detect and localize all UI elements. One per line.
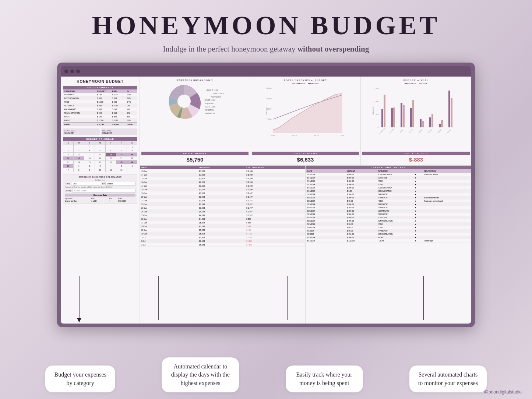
cell-3: 8%: [127, 112, 137, 114]
svg-text:500: 500: [376, 113, 379, 115]
svg-rect-36: [451, 98, 452, 127]
cal-day: 3: [74, 149, 84, 152]
er-val: 0.93 EUR: [118, 200, 135, 202]
cell-2: $ 803: [112, 97, 127, 99]
sym-usd: USD: [91, 197, 109, 200]
to-label: TO: [102, 183, 105, 185]
pie-svg-container: [166, 83, 202, 121]
tracker-header: TRANSACTION TRACKER: [306, 166, 471, 169]
end-date-value: 7/13/2024: [102, 132, 136, 134]
tracker-row: 6/14/2024$ 600.00ACTIVITIES▼: [306, 176, 471, 180]
cal-day: 12: [95, 153, 105, 156]
legend-real-bar: REAL: [419, 82, 427, 84]
col-budget: BUDGET: [97, 90, 112, 92]
tracker-row: 6/20/2024$ 100.00TRANSPORT▼: [306, 193, 471, 196]
budget-row: ACCOMODATION$ 800$ 80312%: [63, 96, 137, 100]
label-3-text: Easily track where your money is being s…: [296, 371, 352, 386]
from-label: FROM: [65, 183, 70, 185]
cell-0: ACTIVITIES: [64, 105, 97, 107]
tracker-row: 6/27/2024$ 500.00ACTIVITIES▼: [306, 216, 471, 219]
cal-day: 9: [84, 168, 95, 172]
cal-day: 11: [84, 153, 95, 156]
laptop-frame: HONEYMOON BUDGET BUDGET SUMMARY CATEGORY…: [57, 63, 475, 327]
cal-day: 27: [106, 160, 116, 164]
bar-chart-svg: 1,500 1,000 500 0: [363, 85, 469, 137]
expense-row: 28-Jun$ 5,793$ -43: [140, 225, 305, 228]
cell-1: $ 800: [97, 97, 112, 99]
cal-day: 10: [95, 168, 105, 172]
cell-2: $ 300: [112, 116, 127, 118]
er-label: Exchange Rate: [65, 200, 91, 202]
exchange-symbols-row: Symbols USD TO EUR: [65, 197, 135, 200]
expense-row: 22-Jun$ 3,693$ 2,057: [140, 202, 305, 206]
budget-row: ACTIVITIES$ 800$ 1,1007%: [63, 104, 137, 107]
cal-day: 7: [116, 149, 127, 152]
pie-label-flight: ↗ FLIGHT 18.1%: [205, 89, 225, 92]
label-2-text: Automated calendar to display the days w…: [171, 363, 230, 386]
svg-rect-30: [422, 121, 424, 127]
right-panel: EXPENSES BREAKDOWN: [140, 77, 471, 324]
cal-day: 12: [116, 168, 127, 172]
tracker-row: 6/14/2024$ 800.00ACCOMODATION▼Hotel room…: [306, 173, 471, 176]
cell-2: $ 1,100: [112, 105, 127, 107]
currency-section: CURRENCY EXCHANGE CALCULATOR Set Currenc…: [63, 174, 137, 204]
expense-row: 18-Jun$ 3,175$ 2,490: [140, 188, 305, 191]
subtitle-bold: without overspending: [297, 45, 369, 53]
cell-3: 4%: [127, 108, 137, 110]
cell-1: $ 800: [97, 105, 112, 107]
currency-from-row: FROM USA TO Europe: [65, 182, 135, 186]
total-cell: $ 5,750: [97, 123, 112, 126]
cal-day: [127, 168, 137, 172]
expenses-table-body: 13-Jun$ 1,200$ 4,55014-Jun$ 1,800$ 3,950…: [140, 169, 305, 324]
calendar-grid: SMTWTFS123456789101112131415161718192021…: [63, 141, 137, 172]
cal-day: 3: [95, 164, 105, 168]
tr-col-category: CATEGORY: [378, 170, 415, 172]
cal-day-header: F: [116, 141, 127, 145]
tracker-row: 6/26/2024$ 500.00TRANSPORT▼: [306, 213, 471, 216]
total-expenses-box: TOTAL EXPENSES $6,633: [250, 150, 361, 165]
exchange-rate-header: Exchange Rate: [65, 194, 135, 197]
line-chart-legend: EXPENSES BUDGET: [253, 82, 358, 84]
from-value: USA: [71, 182, 101, 186]
tracker-row: 8/13/2024$ 1,200.00FLIGHT▼Return flight: [306, 239, 471, 243]
tracker-table: TRANSACTION TRACKER DATE AMOUNT CATEGORY…: [306, 166, 471, 324]
cell-3: 8%: [127, 116, 137, 118]
cal-day: 18: [84, 156, 95, 160]
legend-expenses: EXPENSES: [292, 82, 305, 84]
cal-day-header: T: [84, 141, 95, 145]
start-date-value: 6/13/2024: [64, 132, 98, 134]
cal-day-header: M: [74, 141, 84, 145]
label-bubble-3: Easily track where your money is being s…: [286, 366, 363, 392]
cal-day: 16: [63, 156, 73, 160]
svg-rect-28: [412, 100, 414, 127]
expense-row: 13-Jun$ 1,200$ 4,550: [140, 169, 305, 173]
line-chart-box: TOTAL EXPENSES vs BUDGET EXPENSES BUDGET: [250, 77, 361, 150]
expense-row: 21-Jun$ 3,603$ 2,147: [140, 199, 305, 202]
col-real: REAL: [112, 90, 127, 92]
cell-3: 14%: [127, 101, 137, 103]
tracker-row: 6/21/2024$ 200.00TRANSPORT▼Bus to second…: [306, 196, 471, 200]
tracker-row: 6/17/2024$ 500.00FOOD▼: [306, 183, 471, 186]
cal-day: 4: [84, 149, 95, 152]
cell-3: 10%: [127, 93, 137, 96]
pie-label-acco: ACCO 12.5%: [211, 95, 225, 99]
cal-day: [84, 145, 95, 149]
budget-summary-header: BUDGET SUMMARY: [63, 86, 137, 89]
tracker-row: 6/24/2024$ 150.00TRANSPORT▼: [306, 206, 471, 209]
expenses-table-header: DATE EXPENSES LEFT TO BUDGET: [140, 166, 305, 169]
svg-rect-23: [391, 108, 393, 127]
currency-country-row: Country 3 Letter Symbol: [65, 189, 135, 193]
cal-day: 22: [127, 156, 137, 160]
tracker-row: 6/29/2024$ 50.00FOOD▼: [306, 223, 471, 226]
dot-red: [64, 70, 68, 73]
label-4-text: Several automated charts to monitor your…: [418, 371, 478, 386]
expense-row: 15-Jun$ 2,400$ 3,350: [140, 177, 305, 180]
cell-0: ADMINISTRATION: [64, 112, 97, 114]
pie-label-activ: ACTIV 15.5%: [205, 105, 225, 109]
left-to-budget-box: LEFT TO BUDGET $-883: [361, 150, 471, 165]
cal-day: 7: [63, 168, 73, 172]
svg-text:8,000: 8,000: [267, 87, 272, 89]
tracker-body: 6/14/2024$ 800.00ACCOMODATION▼Hotel room…: [306, 173, 471, 324]
svg-rect-26: [403, 105, 405, 127]
total-cell: $ 6,633: [112, 123, 127, 126]
